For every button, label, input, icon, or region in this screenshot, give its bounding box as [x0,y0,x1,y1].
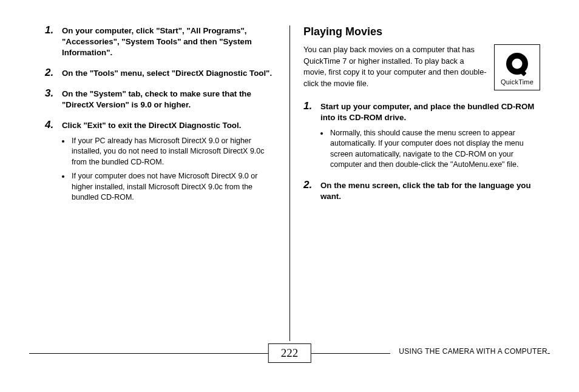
step-text: On the menu screen, click the tab for th… [320,180,540,202]
manual-page: On your computer, click "Start", "All Pr… [0,0,579,392]
sub-bullet-list: If your PC already has Microsoft DirectX… [70,136,276,203]
step-item: Start up your computer, and place the bu… [303,101,540,171]
step-text: Start up your computer, and place the bu… [320,101,540,123]
step-item: On the "Tools" menu, select "DirectX Dia… [45,68,276,79]
step-item: Click "Exit" to exit the DirectX Diagnos… [45,120,276,203]
left-steps-list: On your computer, click "Start", "All Pr… [45,25,276,203]
quicktime-logo-box: QuickTime [494,44,540,90]
right-steps-list: Start up your computer, and place the bu… [303,101,540,202]
intro-text: You can play back movies on a computer t… [303,44,487,89]
left-column: On your computer, click "Start", "All Pr… [29,25,290,341]
section-heading: Playing Movies [303,25,540,38]
step-text: On your computer, click "Start", "All Pr… [62,25,276,58]
step-item: On your computer, click "Start", "All Pr… [45,25,276,58]
columns-wrapper: On your computer, click "Start", "All Pr… [29,25,550,341]
sub-bullet-list: Normally, this should cause the menu scr… [329,128,540,171]
step-item: On the "System" tab, check to make sure … [45,89,276,110]
page-number: 222 [268,343,311,363]
step-text: On the "Tools" menu, select "DirectX Dia… [62,68,276,79]
footer-section-label: USING THE CAMERA WITH A COMPUTER [390,347,547,356]
sub-bullet: If your PC already has Microsoft DirectX… [70,136,276,168]
sub-bullet: Normally, this should cause the menu scr… [329,128,540,171]
quicktime-icon [504,50,530,77]
intro-row: You can play back movies on a computer t… [303,44,540,90]
page-footer: USING THE CAMERA WITH A COMPUTER 222 [0,353,579,381]
step-text: On the "System" tab, check to make sure … [62,89,276,110]
svg-point-1 [512,59,523,69]
right-column: Playing Movies You can play back movies … [290,25,550,341]
quicktime-label: QuickTime [501,78,533,86]
step-text: Click "Exit" to exit the DirectX Diagnos… [62,120,276,131]
sub-bullet: If your computer does not have Microsoft… [70,171,276,203]
step-item: On the menu screen, click the tab for th… [303,180,540,202]
